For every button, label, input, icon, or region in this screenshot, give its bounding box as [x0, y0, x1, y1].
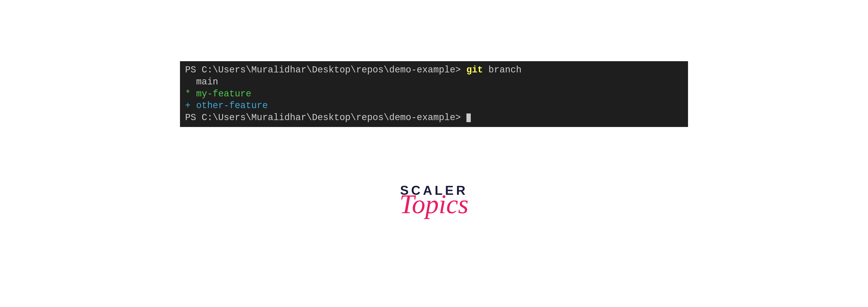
git-command-keyword: git	[466, 65, 483, 75]
terminal-branch-current-line: * my-feature	[185, 88, 683, 100]
branch-prefix-other: +	[185, 100, 196, 111]
logo-text-topics: Topics	[400, 191, 468, 217]
scaler-topics-logo: SCALER Topics	[400, 183, 468, 217]
terminal-branch-main-line: main	[185, 76, 683, 88]
prompt-path-2: PS C:\Users\Muralidhar\Desktop\repos\dem…	[185, 112, 466, 123]
branch-prefix-current: *	[185, 89, 196, 99]
prompt-path: PS C:\Users\Muralidhar\Desktop\repos\dem…	[185, 65, 466, 75]
branch-prefix-main	[185, 77, 196, 87]
terminal-branch-other-line: + other-feature	[185, 100, 683, 112]
git-command-arg: branch	[483, 65, 522, 75]
terminal-line-prompt2: PS C:\Users\Muralidhar\Desktop\repos\dem…	[185, 112, 683, 124]
branch-name-other: other-feature	[196, 100, 268, 111]
terminal-window[interactable]: PS C:\Users\Muralidhar\Desktop\repos\dem…	[180, 61, 688, 127]
branch-name-main: main	[196, 77, 218, 87]
terminal-line-1: PS C:\Users\Muralidhar\Desktop\repos\dem…	[185, 64, 683, 76]
cursor-icon	[466, 113, 471, 122]
branch-name-current: my-feature	[196, 89, 251, 99]
